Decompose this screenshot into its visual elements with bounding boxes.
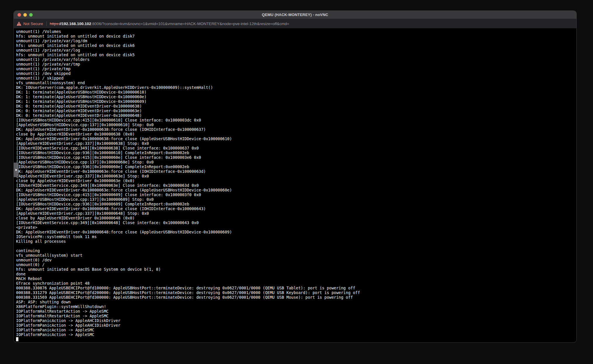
url-field[interactable]: https://192.168.100.102:8006/?console=kv…: [50, 22, 289, 26]
close-button[interactable]: [18, 13, 21, 17]
url-scheme: https:: [50, 22, 60, 26]
security-status-label: Not Secure: [23, 22, 43, 26]
browser-window: QEMU (HACK-MONTEREY) - noVNC Not Secure …: [14, 11, 576, 342]
console-content: unmount(1) /Volumes hfs: unmount initiat…: [14, 28, 576, 341]
novnc-control-handle[interactable]: [14, 163, 19, 177]
url-path-query: :8006/?console=kvm&novnc=1&vmid=101&vmna…: [91, 22, 289, 26]
security-chip[interactable]: Not Secure: [17, 22, 43, 26]
divider: [46, 21, 47, 26]
url-host: //192.168.100.102: [60, 22, 91, 26]
window-titlebar[interactable]: QEMU (HACK-MONTEREY) - noVNC: [14, 11, 576, 19]
console-log: unmount(1) /Volumes hfs: unmount initiat…: [16, 29, 576, 337]
chevron-right-icon: [15, 169, 17, 171]
traffic-lights: [18, 11, 33, 19]
zoom-button[interactable]: [29, 13, 33, 17]
address-bar[interactable]: Not Secure https://192.168.100.102:8006/…: [14, 19, 576, 28]
warning-triangle-icon: [17, 22, 21, 26]
minimize-button[interactable]: [23, 13, 27, 17]
terminal-cursor: [16, 337, 18, 341]
desktop-background: QEMU (HACK-MONTEREY) - noVNC Not Secure …: [0, 0, 593, 364]
window-title: QEMU (HACK-MONTEREY) - noVNC: [262, 13, 328, 17]
vnc-screen[interactable]: unmount(1) /Volumes hfs: unmount initiat…: [14, 28, 576, 342]
